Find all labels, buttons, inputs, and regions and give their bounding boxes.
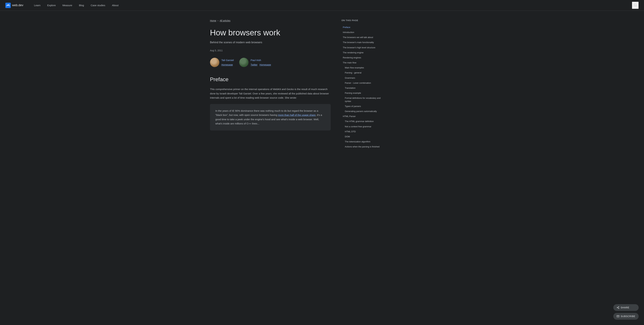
toc-item: Translation <box>342 86 388 90</box>
toc-item: Rendering engines <box>342 55 388 60</box>
toc-item: The HTML grammar definition <box>342 119 388 124</box>
toc-link[interactable]: DOM <box>342 134 388 139</box>
toc-link[interactable]: Actions when the parsing is finished <box>342 144 388 149</box>
toc-link[interactable]: Rendering engines <box>342 55 388 60</box>
author-tali-homepage[interactable]: Homepage <box>221 63 233 66</box>
toc-item: Parser - Lexer combination <box>342 81 388 85</box>
toc-link[interactable]: Parsing - general <box>342 70 388 75</box>
toc-item: Grammars <box>342 76 388 80</box>
toc-link[interactable]: The tokenization algorithm <box>342 139 388 144</box>
toc-link[interactable]: The HTML grammar definition <box>342 119 388 124</box>
quote-block: In the years of IE 90% dominance there w… <box>210 104 331 130</box>
main-nav: Learn Explore Measure Blog Case studies … <box>31 2 632 9</box>
toc-item: HTML Parser <box>342 114 388 119</box>
author-tali-name[interactable]: Tali Garsiel <box>221 58 234 62</box>
site-name: web.dev <box>12 3 23 8</box>
toc-item: The browser's high level structure <box>342 45 388 50</box>
toc-link[interactable]: Main flow examples <box>342 66 388 70</box>
nav-learn[interactable]: Learn <box>31 2 43 9</box>
preface-title: Preface <box>210 75 331 84</box>
toc-item: Parsing - general <box>342 70 388 75</box>
article-date: Aug 5, 2011 <box>210 49 331 52</box>
toc-link[interactable]: HTML Parser <box>342 114 388 119</box>
toc-item: The browser's main functionality <box>342 40 388 45</box>
toc-item: Parsing example <box>342 91 388 96</box>
toc-item: Types of parsers <box>342 104 388 109</box>
avatar-paul <box>239 58 248 67</box>
toc-link[interactable]: The rendering engine <box>342 50 388 55</box>
toc-item: The rendering engine <box>342 50 388 55</box>
breadcrumb: Home › All articles <box>210 19 331 22</box>
main-content: Home › All articles How browsers work Be… <box>210 19 331 150</box>
breadcrumb-separator: › <box>218 19 218 22</box>
toc-link[interactable]: Introduction <box>342 30 388 35</box>
toc-item: HTML DTD <box>342 129 388 134</box>
search-button[interactable] <box>632 2 639 9</box>
author-tali: Tali Garsiel Homepage <box>210 58 234 67</box>
nav-measure[interactable]: Measure <box>60 2 75 9</box>
author-paul-twitter[interactable]: Twitter <box>250 63 258 66</box>
toc-item: Formal definitions for vocabulary and sy… <box>342 96 388 104</box>
toc-link[interactable]: Not a context free grammar <box>342 124 388 129</box>
toc-item: Actions when the parsing is finished <box>342 144 388 149</box>
author-paul-homepage[interactable]: Homepage <box>260 63 271 66</box>
toc-link[interactable]: Generating parsers automatically <box>342 109 388 114</box>
nav-explore[interactable]: Explore <box>44 2 58 9</box>
toc-item: The browsers we will talk about <box>342 35 388 40</box>
preface-text: This comprehensive primer on the interna… <box>210 87 331 100</box>
avatar-tali <box>210 58 219 67</box>
toc-item: DOM <box>342 134 388 139</box>
toc-item: The main flow <box>342 60 388 65</box>
site-header: web.dev Learn Explore Measure Blog Case … <box>0 0 644 11</box>
toc-item: Main flow examples <box>342 66 388 70</box>
nav-case-studies[interactable]: Case studies <box>88 2 108 9</box>
toc-link[interactable]: Formal definitions for vocabulary and sy… <box>342 96 388 104</box>
author-paul: Paul Irish Twitter Homepage <box>239 58 271 67</box>
toc-link[interactable]: Translation <box>342 86 388 90</box>
toc-item: Introduction <box>342 30 388 35</box>
nav-about[interactable]: About <box>109 2 121 9</box>
author-paul-name[interactable]: Paul Irish <box>250 58 271 62</box>
nav-blog[interactable]: Blog <box>76 2 87 9</box>
toc-link[interactable]: Grammars <box>342 76 388 80</box>
toc-link[interactable]: The browsers we will talk about <box>342 35 388 40</box>
quote-link[interactable]: more than half of the usage share <box>278 114 316 116</box>
breadcrumb-section[interactable]: All articles <box>220 19 230 22</box>
author-tali-info: Tali Garsiel Homepage <box>221 58 234 66</box>
quote-text: In the years of IE 90% dominance there w… <box>215 109 325 126</box>
toc-link[interactable]: Parser - Lexer combination <box>342 81 388 85</box>
toc-link[interactable]: HTML DTD <box>342 129 388 134</box>
toc-sidebar: On this page PrefaceIntroductionThe brow… <box>342 19 388 150</box>
toc-list: PrefaceIntroductionThe browsers we will … <box>342 25 388 149</box>
toc-link[interactable]: Parsing example <box>342 91 388 96</box>
toc-link[interactable]: The browser's main functionality <box>342 40 388 45</box>
toc-item: The tokenization algorithm <box>342 139 388 144</box>
author-tali-links: Homepage <box>221 63 234 66</box>
breadcrumb-home[interactable]: Home <box>210 19 216 22</box>
author-paul-info: Paul Irish Twitter Homepage <box>250 58 271 66</box>
toc-item: Not a context free grammar <box>342 124 388 129</box>
toc-link[interactable]: The browser's high level structure <box>342 45 388 50</box>
article-subtitle: Behind the scenes of modern web browsers <box>210 40 331 44</box>
author-paul-links: Twitter Homepage <box>250 63 271 66</box>
toc-link[interactable]: The main flow <box>342 60 388 65</box>
authors-section: Tali Garsiel Homepage Paul Irish Twitter… <box>210 58 331 67</box>
toc-link[interactable]: Preface <box>342 25 388 30</box>
toc-item: Preface <box>342 25 388 30</box>
site-logo[interactable]: web.dev <box>5 3 23 8</box>
toc-item: Generating parsers automatically <box>342 109 388 114</box>
article-title: How browsers work <box>210 28 331 38</box>
toc-title: On this page <box>342 19 388 22</box>
svg-line-2 <box>636 6 636 6</box>
toc-link[interactable]: Types of parsers <box>342 104 388 109</box>
page-container: Home › All articles How browsers work Be… <box>204 11 440 158</box>
